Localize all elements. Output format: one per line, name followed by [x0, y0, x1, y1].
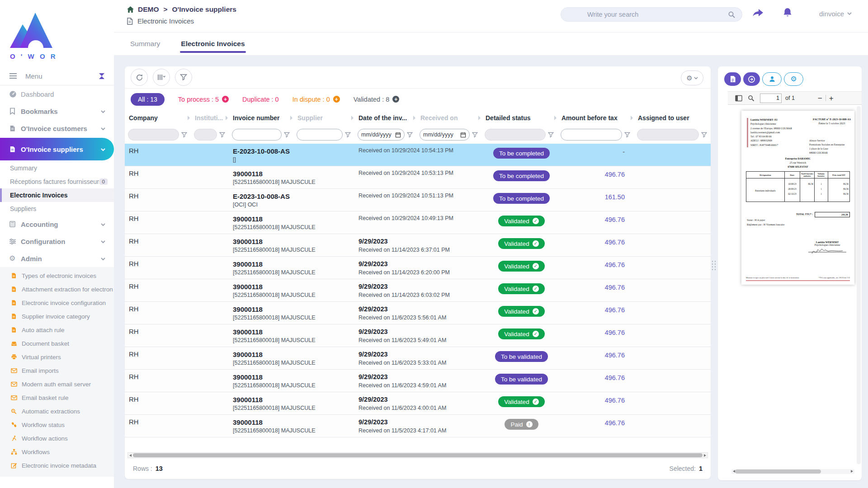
zoom-out-button[interactable]: − [815, 94, 826, 102]
admin-subitem[interactable]: Workflow actions [0, 432, 114, 445]
scrollbar-thumb[interactable] [735, 469, 821, 474]
sidebar-toggle-icon[interactable] [735, 95, 742, 102]
filter-funnel-icon[interactable] [624, 132, 630, 138]
viewer-horizontal-scrollbar[interactable] [731, 469, 854, 474]
sidebar-item-dashboard[interactable]: Dashboard [0, 85, 114, 103]
amount-value[interactable]: 496.76 [605, 374, 625, 381]
search-icon[interactable] [728, 11, 736, 19]
filter-funnel-icon[interactable] [701, 132, 707, 138]
sidebar-item-oinvoice-customers[interactable]: O'Invoice customers [0, 120, 114, 137]
home-icon[interactable] [127, 6, 134, 13]
table-row[interactable]: RH39000118[52251165800018] MAJUSCULERece… [125, 211, 711, 234]
admin-subitem[interactable]: Electronic invoice metadata [0, 459, 114, 472]
column-header[interactable]: Company [125, 110, 191, 126]
filter-funnel-icon[interactable] [219, 132, 225, 138]
search-input[interactable] [561, 10, 728, 19]
viewer-settings-button[interactable]: ⚙ [784, 72, 803, 86]
column-filter-input[interactable] [561, 129, 622, 141]
filter-funnel-icon[interactable] [407, 132, 413, 138]
scroll-right-icon[interactable] [851, 470, 853, 473]
table-row[interactable]: RH39000118[52251165800018] MAJUSCULE9/29… [125, 415, 711, 437]
sidebar-item-bookmarks[interactable]: Bookmarks [0, 103, 114, 120]
amount-value[interactable]: 496.76 [605, 216, 625, 223]
amount-value[interactable]: 496.76 [605, 261, 625, 268]
status-badge[interactable]: Validated✓ [498, 306, 544, 317]
filter-funnel-icon[interactable] [284, 132, 290, 138]
status-badge[interactable]: To be completed [493, 170, 550, 181]
table-row[interactable]: RH39000118[52251165800018] MAJUSCULE9/29… [125, 279, 711, 302]
column-filter-input[interactable] [297, 129, 343, 141]
amount-value[interactable]: 496.76 [605, 352, 625, 359]
scroll-left-icon[interactable] [129, 454, 132, 457]
sidebar-item-oinvoice-suppliers[interactable]: O'Invoice suppliers [0, 138, 114, 160]
table-horizontal-scrollbar[interactable] [127, 452, 708, 458]
amount-value[interactable]: 496.76 [605, 171, 625, 178]
table-row[interactable]: RH39000118[52251165800018] MAJUSCULE9/29… [125, 302, 711, 324]
table-row[interactable]: RH39000118[52251165800018] MAJUSCULE9/29… [125, 324, 711, 347]
table-row[interactable]: RH39000118[52251165800018] MAJUSCULE9/29… [125, 347, 711, 370]
assign-user-button[interactable] [762, 72, 782, 86]
filter-funnel-icon[interactable] [181, 132, 187, 138]
admin-subitem[interactable]: Automatic extractions [0, 404, 114, 418]
admin-subitem[interactable]: Types of electronic invoices [0, 269, 114, 282]
columns-button[interactable] [153, 69, 170, 86]
filter-funnel-icon[interactable] [345, 132, 351, 138]
tab-summary[interactable]: Summary [130, 33, 160, 55]
status-badge[interactable]: Validated✓ [498, 396, 544, 407]
status-filter[interactable]: In dispute : 0+ [292, 96, 340, 103]
status-badge[interactable]: To be validated [495, 351, 548, 362]
table-row[interactable]: RHE-2023-10-008-AS[]Received on 10/29/20… [125, 144, 711, 166]
breadcrumb-home[interactable]: DEMO [138, 5, 159, 14]
sidebar-subitem-receptions[interactable]: Réceptions factures fournisseurs 0 [0, 175, 114, 188]
sidebar-item-configuration[interactable]: Configuration [0, 233, 114, 250]
table-row[interactable]: RH39000118[52251165800018] MAJUSCULERece… [125, 166, 711, 189]
status-badge[interactable]: Validated✓ [498, 328, 544, 339]
admin-subitem[interactable]: Virtual printers [0, 350, 114, 364]
amount-value[interactable]: 496.76 [605, 397, 625, 404]
table-row[interactable]: RH39000118[52251165800018] MAJUSCULE9/29… [125, 257, 711, 279]
admin-subitem[interactable]: Attachment extraction for electron [0, 282, 114, 296]
amount-value[interactable]: 496.76 [605, 419, 625, 427]
admin-subitem[interactable]: Document basket [0, 337, 114, 350]
page-number-input[interactable] [760, 94, 782, 103]
filter-funnel-icon[interactable] [548, 132, 554, 138]
zoom-in-button[interactable]: + [826, 94, 837, 102]
sidebar-item-accounting[interactable]: Accounting [0, 216, 114, 233]
status-badge[interactable]: To be completed [493, 193, 550, 204]
amount-value[interactable]: 496.76 [605, 306, 625, 314]
column-header[interactable]: Assigned to user [634, 110, 711, 126]
admin-subitem[interactable]: Auto attach rule [0, 323, 114, 337]
tab-electronic-invoices[interactable]: Electronic Invoices [181, 33, 245, 55]
table-settings-button[interactable]: ⚙ [681, 70, 703, 85]
amount-value[interactable]: 496.76 [605, 329, 625, 336]
scrollbar-thumb[interactable] [133, 453, 703, 457]
status-filter[interactable]: To process : 5+ [178, 96, 229, 103]
sidebar-subitem-summary[interactable]: Summary [0, 161, 114, 175]
status-badge[interactable]: To be validated [495, 374, 548, 385]
status-filter[interactable]: Duplicate : 0 [242, 96, 279, 103]
menu-toggle[interactable]: Menu [0, 67, 114, 85]
sidebar-subitem-electronic-invoices[interactable]: Electronic Invoices [0, 188, 114, 202]
sidebar-item-admin[interactable]: ⚙ Admin [0, 250, 114, 267]
filter-funnel-icon[interactable] [472, 132, 478, 138]
status-filter[interactable]: Validated : 8+ [354, 96, 400, 103]
refresh-button[interactable] [131, 69, 148, 86]
column-header[interactable]: Date of the inv... [354, 110, 416, 126]
column-header[interactable]: Detailed status [481, 110, 557, 126]
table-row[interactable]: RH39000118[52251165800018] MAJUSCULE9/29… [125, 392, 711, 415]
table-row[interactable]: RH39000118[52251165800018] MAJUSCULE9/29… [125, 370, 711, 392]
status-badge[interactable]: To be completed [493, 148, 550, 159]
status-badge[interactable]: Paid! [505, 419, 538, 430]
pdf-download-button[interactable] [724, 72, 741, 86]
sidebar-subitem-suppliers[interactable]: Suppliers [0, 202, 114, 216]
admin-subitem[interactable]: Electronic invoice configuration [0, 296, 114, 310]
calendar-icon[interactable] [460, 132, 466, 138]
column-header[interactable]: Received on [416, 110, 481, 126]
filter-funnel-button[interactable] [175, 69, 192, 86]
breadcrumb-section[interactable]: O'Invoice suppliers [172, 5, 236, 14]
column-filter-input[interactable]: mm/dd/yyyy [420, 129, 470, 141]
admin-subitem[interactable]: Modern auth email server [0, 377, 114, 391]
status-badge[interactable]: Validated✓ [498, 216, 544, 226]
status-badge[interactable]: Validated✓ [498, 261, 544, 272]
user-menu[interactable]: dinvoice [819, 10, 852, 18]
